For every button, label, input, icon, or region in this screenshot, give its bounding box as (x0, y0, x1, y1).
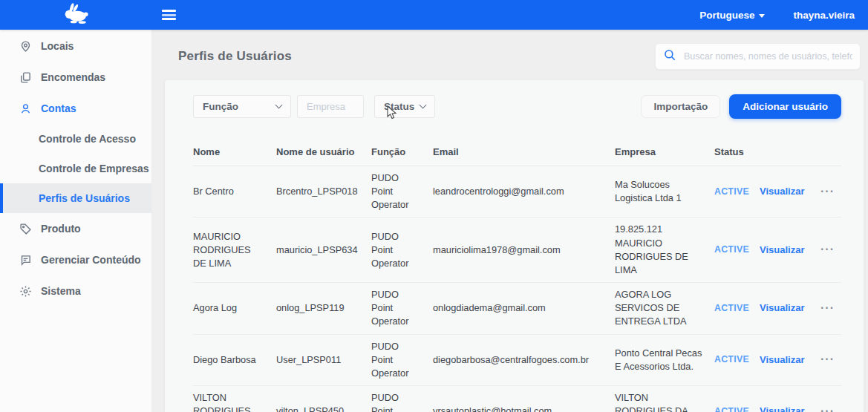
search-box[interactable] (655, 43, 861, 70)
row-actions-menu-icon[interactable] (820, 303, 835, 314)
cell-funcao: PUDO Point Operator (371, 288, 433, 328)
status-badge[interactable]: ACTIVE (714, 243, 760, 256)
empresa-input[interactable] (307, 101, 354, 112)
status-badge[interactable]: ACTIVE (714, 302, 760, 315)
cell-funcao: PUDO Point Operator (371, 340, 433, 380)
cell-nome: VILTON RODRIGUES DA SILVA (193, 391, 276, 412)
table-row: Br Centro Brcentro_LPSP018 PUDO Point Op… (193, 166, 841, 218)
visualizar-link[interactable]: Visualizar (760, 243, 820, 257)
row-actions-menu-icon[interactable] (820, 244, 835, 255)
row-actions-menu-icon[interactable] (820, 186, 835, 197)
funcao-dropdown[interactable]: Função (193, 95, 291, 118)
empresa-filter[interactable] (297, 95, 364, 118)
sidebar-item-label: Encomendas (41, 71, 105, 83)
column-header-email: Email (433, 146, 615, 157)
cell-usuario: onlog_LPSP119 (276, 301, 371, 315)
sidebar-item-encomendas[interactable]: Encomendas (0, 62, 151, 93)
sidebar-item-controle-de-empresas[interactable]: Controle de Empresas (0, 154, 151, 183)
funcao-dropdown-label: Função (203, 101, 238, 112)
sidebar-item-controle-de-acesso[interactable]: Controle de Acesso (0, 124, 151, 154)
location-pin-icon (19, 39, 32, 53)
cell-nome: Br Centro (193, 185, 276, 198)
chat-icon (19, 253, 32, 267)
sidebar-item-label: Gerenciar Conteúdo (41, 254, 141, 266)
cell-email: onlogdiadema@gmail.com (433, 301, 615, 315)
cell-empresa: Ma Solucoes Logistica Ltda 1 (615, 178, 714, 205)
import-button[interactable]: Importação (641, 95, 720, 118)
sidebar-item-perfis-de-usuarios[interactable]: Perfis de Usuários (0, 183, 151, 213)
column-header-usuario: Nome de usuário (276, 146, 371, 157)
visualizar-link[interactable]: Visualizar (760, 405, 820, 412)
row-actions-menu-icon[interactable] (820, 354, 835, 365)
sidebar-item-label: Perfis de Usuários (39, 192, 130, 204)
cell-empresa: Ponto Central Pecas E Acessorios Ltda. (615, 347, 714, 373)
language-dropdown[interactable]: Portuguese (699, 10, 765, 21)
table-header-row: Nome Nome de usuário Função Email Empres… (193, 146, 841, 166)
cell-funcao: PUDO Point Operator (371, 230, 433, 270)
cell-usuario: Brcentro_LPSP018 (276, 185, 371, 198)
page-title: Perfis de Usuários (178, 49, 292, 64)
status-dropdown-label: Status (384, 101, 414, 112)
gear-icon (19, 284, 32, 298)
filters-row: Função Status Importação Adicionar usuár… (193, 94, 841, 119)
cell-email: diegobarbosa@centralfogoes.com.br (433, 353, 615, 367)
add-user-button[interactable]: Adicionar usuário (729, 94, 841, 119)
sidebar-item-locais[interactable]: Locais (0, 30, 151, 62)
cell-email: vrsautoplastic@hotmail.com (433, 405, 615, 412)
cell-funcao: PUDO Point Operator (371, 171, 433, 212)
caret-down-icon (759, 14, 765, 18)
column-header-empresa: Empresa (615, 146, 714, 157)
sidebar-item-label: Controle de Empresas (39, 163, 149, 174)
search-icon (663, 48, 676, 65)
sidebar-item-label: Controle de Acesso (39, 133, 136, 145)
table-row: VILTON RODRIGUES DA SILVA vilton_LPSP450… (193, 386, 841, 412)
users-card: Função Status Importação Adicionar usuár… (165, 80, 864, 412)
chevron-down-icon (420, 102, 427, 109)
visualizar-link[interactable]: Visualizar (760, 185, 820, 198)
table-row: Agora Log onlog_LPSP119 PUDO Point Opera… (193, 283, 841, 334)
chevron-down-icon (275, 102, 283, 109)
sidebar-item-label: Sistema (41, 285, 81, 297)
table-row: MAURICIO RODRIGUES DE LIMA mauricio_LPSP… (193, 218, 841, 283)
sidebar-item-label: Contas (41, 102, 76, 114)
status-dropdown[interactable]: Status (374, 95, 435, 118)
cell-funcao: PUDO Point Operator (371, 391, 433, 412)
search-input[interactable] (684, 51, 852, 62)
username[interactable]: thayna.vieira (793, 10, 855, 21)
sidebar: Locais Encomendas Contas Controle de Ace… (0, 30, 152, 412)
cell-email: leandrocentrologgi@gmail.com (433, 185, 615, 198)
menu-toggle-icon[interactable] (162, 8, 176, 22)
column-header-nome: Nome (193, 146, 276, 157)
tag-icon (19, 222, 32, 235)
status-badge[interactable]: ACTIVE (714, 186, 760, 198)
status-badge[interactable]: ACTIVE (714, 353, 760, 366)
person-icon (19, 102, 32, 115)
column-header-funcao: Função (371, 146, 433, 157)
cell-empresa: 19.825.121 MAURICIO RODRIGUES DE LIMA (615, 223, 714, 277)
cell-nome: MAURICIO RODRIGUES DE LIMA (193, 230, 276, 270)
cell-email: mauriciolima1978@gmail.com (433, 243, 615, 257)
sidebar-item-gerenciar-conteudo[interactable]: Gerenciar Conteúdo (0, 244, 151, 275)
sidebar-item-contas[interactable]: Contas (0, 93, 151, 124)
rabbit-logo-icon (61, 3, 92, 27)
column-header-status: Status (714, 146, 760, 157)
visualizar-link[interactable]: Visualizar (760, 353, 820, 367)
cell-usuario: vilton_LPSP450 (276, 405, 371, 412)
sidebar-item-label: Produto (41, 223, 81, 235)
users-table: Nome Nome de usuário Função Email Empres… (193, 146, 841, 412)
sidebar-item-produto[interactable]: Produto (0, 213, 151, 244)
sidebar-item-sistema[interactable]: Sistema (0, 275, 151, 307)
topbar: Portuguese thayna.vieira (0, 0, 868, 30)
documents-icon (19, 71, 32, 84)
cell-empresa: VILTON RODRIGUES DA SILVA (615, 391, 714, 412)
language-label: Portuguese (699, 10, 754, 21)
status-badge[interactable]: ACTIVE (714, 405, 760, 412)
cell-empresa: AGORA LOG SERVICOS DE ENTREGA LTDA (615, 288, 714, 328)
cell-usuario: mauricio_LPSP634 (276, 243, 371, 257)
logo-zone (0, 3, 152, 27)
cell-usuario: User_LPSP011 (276, 353, 371, 367)
sidebar-item-label: Locais (41, 40, 74, 52)
row-actions-menu-icon[interactable] (820, 406, 835, 412)
visualizar-link[interactable]: Visualizar (760, 301, 820, 315)
cell-nome: Diego Barbosa (193, 353, 276, 367)
